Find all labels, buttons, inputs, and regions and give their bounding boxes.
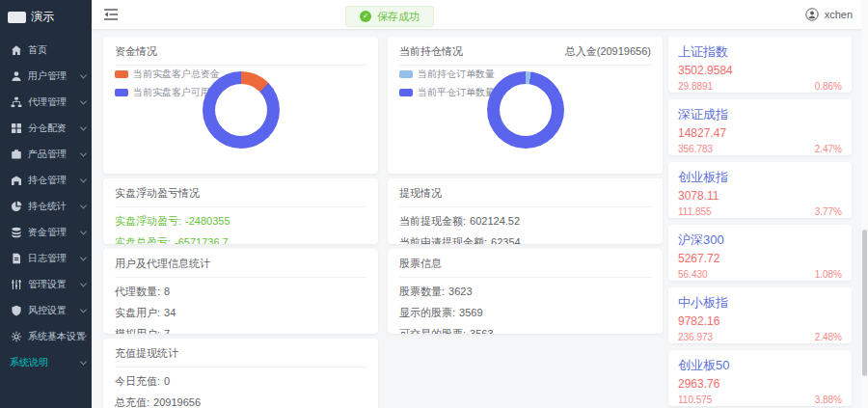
index-value: 3502.9584: [678, 64, 842, 77]
index-pct: 3.88%: [815, 394, 842, 405]
sidebar-item-position-stats[interactable]: 持仓统计: [0, 193, 92, 219]
chevron-down-icon: [80, 97, 87, 104]
chevron-down-icon: [80, 150, 87, 156]
legend-item: 当前实盘客户总资金: [115, 68, 230, 81]
shield-icon: [10, 305, 23, 316]
sidebar-item-admin-settings[interactable]: 管理设置: [0, 271, 92, 297]
stat-row: 实盘浮动盈亏:-2480355: [115, 214, 366, 229]
chevron-down-icon: [80, 71, 87, 78]
dashboard-content: 资金情况 当前实盘客户总资金 当前实盘客户可用资金 当前持仓情况: [92, 29, 861, 408]
index-name: 中小板指: [678, 294, 842, 312]
sidebar-item-system-description[interactable]: 系统说明: [0, 349, 92, 375]
chevron-down-icon: [80, 176, 87, 182]
coins-icon: [10, 227, 23, 238]
legend-swatch-blue: [115, 89, 128, 96]
card-floating-pnl: 实盘浮动盈亏情况 实盘浮动盈亏:-2480355 实盘总盈亏:-6571736.…: [103, 178, 378, 244]
card-title: 股票信息: [399, 257, 442, 271]
chevron-down-icon: [80, 358, 87, 365]
legend-swatch-lightblue: [399, 70, 413, 78]
legend-swatch-blue: [399, 89, 413, 96]
page-scrollbar: [861, 0, 868, 408]
sidebar-item-risk-settings[interactable]: 风控设置: [0, 297, 92, 323]
index-change: 356.783: [678, 144, 713, 154]
app-logo[interactable]: 演示: [0, 0, 92, 33]
market-indices-panel: 上证指数 3502.9584 29.8891 0.86% 深证成指 14827.…: [668, 37, 852, 408]
chevron-down-icon: [80, 202, 87, 208]
user-menu[interactable]: xchen: [805, 8, 853, 21]
briefcase-icon: [10, 149, 23, 160]
card-position-situation: 当前持仓情况 总入金(20919656) 当前持仓订单数量 当前平仓订单数量: [388, 37, 663, 174]
fund-donut-chart: [203, 71, 280, 149]
index-change: 236.973: [678, 332, 713, 342]
index-change: 110.575: [678, 394, 712, 405]
sliders-icon: [10, 279, 23, 290]
users-icon: [10, 70, 23, 82]
sidebar-item-log-mgmt[interactable]: 日志管理: [0, 245, 92, 271]
index-value: 14827.47: [678, 126, 842, 140]
stat-row: 今日充值:0: [115, 374, 366, 389]
collapse-menu-button[interactable]: [103, 8, 119, 21]
pie-icon: [10, 201, 23, 212]
chevron-down-icon: [80, 228, 87, 234]
chevron-down-icon: [80, 280, 87, 286]
sidebar-item-user-mgmt[interactable]: 用户管理: [0, 63, 92, 89]
card-withdraw-situation: 提现情况 当前提现金额:602124.52 当前申请提现金额:62354: [388, 178, 663, 244]
org-chart-icon: [10, 96, 23, 108]
sidebar-menu: 首页 用户管理 代理管理 分仓配资 产品管理 持仓管理: [0, 37, 92, 375]
index-value: 5267.72: [678, 252, 842, 265]
index-name: 创业板50: [678, 357, 842, 374]
index-pct: 0.86%: [815, 81, 842, 92]
card-recharge-stats: 充值提现统计 今日充值:0 总充值:20919656 今日提现:0: [103, 339, 378, 408]
card-fund-situation: 资金情况 当前实盘客户总资金 当前实盘客户可用资金: [103, 37, 378, 174]
sidebar-item-home[interactable]: 首页: [0, 37, 92, 63]
warehouse-icon: [10, 175, 23, 186]
index-change: 29.8891: [678, 81, 713, 92]
sidebar-item-position-mgmt[interactable]: 持仓管理: [0, 167, 92, 193]
index-value: 2963.76: [678, 377, 842, 391]
toast-message: 保存成功: [377, 10, 420, 24]
index-pct: 2.48%: [815, 332, 842, 342]
card-title: 用户及代理信息统计: [115, 257, 210, 271]
index-pct: 3.77%: [815, 206, 842, 217]
stat-row: 模拟用户:7: [115, 327, 366, 334]
index-value: 3078.11: [678, 189, 842, 203]
chevron-down-icon: [80, 123, 87, 130]
sidebar-item-system-settings[interactable]: 系统基本设置: [0, 323, 92, 349]
sidebar-item-fund-mgmt[interactable]: 资金管理: [0, 219, 92, 245]
cards-grid: 资金情况 当前实盘客户总资金 当前实盘客户可用资金 当前持仓情况: [103, 37, 663, 408]
index-pct: 2.47%: [815, 144, 842, 154]
logo-image: [8, 12, 26, 23]
stat-row: 总充值:20919656: [115, 395, 366, 408]
card-title: 实盘浮动盈亏情况: [115, 186, 200, 201]
chevron-down-icon: [80, 254, 87, 260]
index-card-sme: 中小板指 9782.16 236.973 2.48%: [668, 287, 852, 343]
legend-item: 当前持仓订单数量: [399, 68, 495, 81]
index-card-chinext50: 创业板50 2963.76 110.575 3.88%: [668, 350, 852, 406]
chevron-down-icon: [80, 306, 87, 313]
card-title: 提现情况: [399, 186, 442, 201]
sidebar-item-split-allocation[interactable]: 分仓配资: [0, 115, 92, 141]
legend-swatch-orange: [115, 70, 128, 78]
home-icon: [10, 44, 23, 56]
stat-row: 股票数量:3623: [399, 285, 651, 299]
total-deposit-label: 总入金(20919656): [565, 44, 651, 59]
index-card-chinext: 创业板指 3078.11 111.855 3.77%: [668, 162, 852, 218]
index-change: 56.430: [678, 269, 708, 280]
scrollbar-thumb[interactable]: [862, 230, 867, 376]
index-card-csi300: 沪深300 5267.72 56.430 1.08%: [668, 225, 852, 281]
sidebar-item-agent-mgmt[interactable]: 代理管理: [0, 89, 92, 115]
card-user-agent-stats: 用户及代理信息统计 代理数量:8 实盘用户:34 模拟用户:7: [103, 249, 378, 334]
stat-row: 代理数量:8: [115, 285, 366, 299]
topbar: xchen: [92, 0, 868, 29]
index-name: 沪深300: [678, 231, 842, 249]
check-icon: ✓: [360, 11, 371, 22]
card-title: 当前持仓情况: [399, 44, 463, 59]
stat-row: 当前申请提现金额:62354: [399, 235, 651, 244]
main-area: xchen 资金情况 当前实盘客户总资金 当前实盘客户可用资金: [92, 0, 868, 408]
index-value: 9782.16: [678, 314, 842, 328]
index-name: 上证指数: [678, 43, 842, 61]
position-legend: 当前持仓订单数量 当前平仓订单数量: [399, 68, 495, 104]
sidebar-item-product-mgmt[interactable]: 产品管理: [0, 141, 92, 167]
card-title: 充值提现统计: [115, 346, 178, 361]
index-name: 深证成指: [678, 106, 842, 123]
